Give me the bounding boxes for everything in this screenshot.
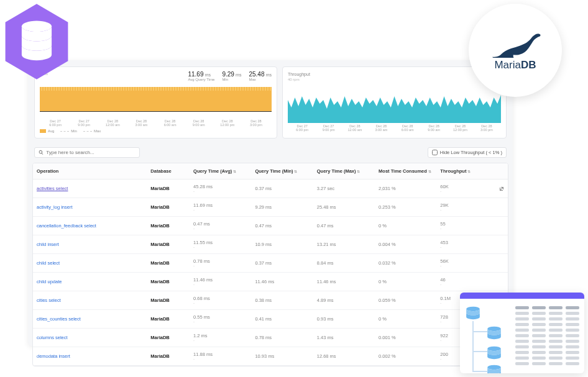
search-input[interactable] xyxy=(46,150,136,155)
table-row[interactable]: activities selectMariaDB45.28 ms-0.37 ms… xyxy=(33,179,508,198)
th-database[interactable]: Database xyxy=(147,163,190,179)
cell-qt-max: 1.43 ms xyxy=(313,329,375,347)
th-qt-min[interactable]: Query Time (Min) xyxy=(251,163,313,179)
cell-most-time: 0.004 % xyxy=(375,235,436,254)
svg-point-2 xyxy=(466,307,480,312)
cell-most-time: 0 % xyxy=(375,217,436,235)
th-throughput[interactable]: Throughput xyxy=(436,163,484,179)
table-row[interactable]: child selectMariaDB0.78 ms-0.37 ms8.84 m… xyxy=(33,254,508,273)
chart-title: Throughput xyxy=(288,72,501,76)
cell-throughput: 46- xyxy=(436,273,484,291)
svg-point-1 xyxy=(22,21,52,32)
th-qt-max[interactable]: Query Time (Max) xyxy=(313,163,375,179)
database-icon xyxy=(486,326,502,341)
cell-most-time: 2,031 % xyxy=(375,179,436,198)
cell-ext[interactable] xyxy=(484,179,508,198)
table-placeholder-lines xyxy=(515,305,579,365)
hide-low-throughput-toggle[interactable]: Hide Low Throughput ( < 1% ) xyxy=(428,147,507,158)
cell-qt-min: 0.47 ms xyxy=(251,217,313,235)
cell-qt-max: 0.93 ms xyxy=(313,310,375,329)
y-axis-label: 40 rpm xyxy=(288,78,501,81)
cell-throughput: 60K- xyxy=(436,179,484,198)
cell-qt-min: 11.46 ms xyxy=(251,273,313,291)
cell-ext xyxy=(484,235,508,254)
cell-qt-min: 0.37 ms xyxy=(251,179,313,198)
cell-qt-min: 10.93 ms xyxy=(251,347,313,366)
cell-ext xyxy=(484,198,508,217)
table-row[interactable]: child updateMariaDB11.46 ms-11.46 ms11.4… xyxy=(33,273,508,291)
cell-qt-avg: 11.46 ms- xyxy=(190,273,251,291)
cell-ext xyxy=(484,273,508,291)
cell-throughput: 55- xyxy=(436,217,484,235)
charts-row: 11.69 msAvg Query Time 9.29 msMin 25.48 … xyxy=(28,60,513,145)
cell-operation[interactable]: child insert xyxy=(33,235,147,254)
cell-most-time: 0.032 % xyxy=(375,254,436,273)
cell-operation[interactable]: child select xyxy=(33,254,147,273)
th-operation[interactable]: Operation xyxy=(33,163,147,179)
cell-qt-avg: 1.2 ms- xyxy=(190,329,251,347)
database-icon xyxy=(486,365,502,373)
cell-most-time: 0.059 % xyxy=(375,291,436,310)
cell-operation[interactable]: demodata insert xyxy=(33,347,147,366)
table-row[interactable]: cancellation_feedback selectMariaDB0.47 … xyxy=(33,217,508,235)
cell-qt-max: 12.68 ms xyxy=(313,347,375,366)
search-icon xyxy=(39,150,44,155)
cell-throughput: 56K- xyxy=(436,254,484,273)
cell-qt-max: 3.27 sec xyxy=(313,179,375,198)
cell-qt-min: 0.37 ms xyxy=(251,254,313,273)
table-row[interactable]: cities selectMariaDB0.68 ms-0.38 ms4.89 … xyxy=(33,291,508,310)
cell-qt-min: 0.38 ms xyxy=(251,291,313,310)
database-hex-badge xyxy=(2,2,71,81)
svg-point-4 xyxy=(487,347,501,352)
cell-qt-avg: 0.55 ms- xyxy=(190,310,251,329)
cell-qt-max: 0.47 ms xyxy=(313,217,375,235)
cell-operation[interactable]: cities select xyxy=(33,291,147,310)
external-link-icon[interactable] xyxy=(499,186,504,191)
x-axis-right: Dec 276:00 pmDec 279:00 pmDec 2812:00 am… xyxy=(288,123,501,132)
th-most-time[interactable]: Most Time Consumed xyxy=(375,163,436,179)
hide-low-label: Hide Low Throughput ( < 1% ) xyxy=(440,150,502,155)
throughput-chart: Throughput 40 rpm Dec 276:00 pmDec 279:0… xyxy=(282,66,507,139)
cell-operation[interactable]: activity_log insert xyxy=(33,198,147,217)
hide-low-checkbox[interactable] xyxy=(432,150,438,155)
cell-qt-max: 25.48 ms xyxy=(313,198,375,217)
cell-qt-max: 8.84 ms xyxy=(313,254,375,273)
cell-qt-avg: 11.88 ms- xyxy=(190,347,251,366)
cell-database: MariaDB xyxy=(147,291,190,310)
th-qt-avg[interactable]: Query Time (Avg) xyxy=(190,163,251,179)
cell-qt-avg: 11.55 ms- xyxy=(190,235,251,254)
cell-most-time: 0 % xyxy=(375,310,436,329)
table-row[interactable]: cities_counties selectMariaDB0.55 ms-0.4… xyxy=(33,310,508,329)
cell-database: MariaDB xyxy=(147,254,190,273)
search-box[interactable] xyxy=(34,147,140,158)
cell-database: MariaDB xyxy=(147,310,190,329)
cell-database: MariaDB xyxy=(147,217,190,235)
cell-database: MariaDB xyxy=(147,198,190,217)
cell-database: MariaDB xyxy=(147,179,190,198)
cell-qt-max: 11.46 ms xyxy=(313,273,375,291)
table-row[interactable]: demodata insertMariaDB11.88 ms-10.93 ms1… xyxy=(33,347,508,366)
cell-database: MariaDB xyxy=(147,273,190,291)
cell-qt-avg: 0.78 ms- xyxy=(190,254,251,273)
cell-qt-min: 0.41 ms xyxy=(251,310,313,329)
cell-operation[interactable]: cancellation_feedback select xyxy=(33,217,147,235)
cell-throughput: 453- xyxy=(436,235,484,254)
cell-operation[interactable]: columns select xyxy=(33,329,147,347)
table-row[interactable]: activity_log insertMariaDB11.69 ms-9.29 … xyxy=(33,198,508,217)
cell-throughput: 29K- xyxy=(436,198,484,217)
cell-qt-max: 13.21 ms xyxy=(313,235,375,254)
svg-point-5 xyxy=(487,365,501,370)
table-row[interactable]: columns selectMariaDB1.2 ms-0.78 ms1.43 … xyxy=(33,329,508,347)
cell-database: MariaDB xyxy=(147,347,190,366)
cell-qt-max: 4.89 ms xyxy=(313,291,375,310)
mariadb-logo-badge: MariaDB xyxy=(469,4,562,97)
cell-qt-avg: 0.47 ms- xyxy=(190,217,251,235)
dashboard-panel: 11.69 msAvg Query Time 9.29 msMin 25.48 … xyxy=(28,60,513,346)
cell-operation[interactable]: cities_counties select xyxy=(33,310,147,329)
table-row[interactable]: child insertMariaDB11.55 ms-10.9 ms13.21… xyxy=(33,235,508,254)
cell-operation[interactable]: child update xyxy=(33,273,147,291)
cell-operation[interactable]: activities select xyxy=(33,179,147,198)
metrics-block: 11.69 msAvg Query Time 9.29 msMin 25.48 … xyxy=(188,71,272,81)
cell-ext xyxy=(484,217,508,235)
cell-most-time: 0 % xyxy=(375,273,436,291)
